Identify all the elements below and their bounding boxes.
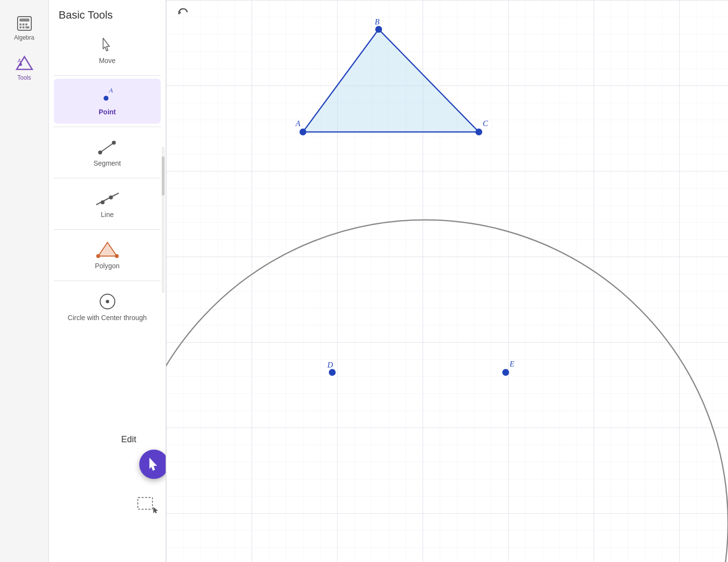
svg-rect-27 [138, 497, 152, 509]
svg-text:A: A [108, 86, 113, 94]
edit-section-label: Edit [121, 434, 136, 445]
tool-polygon[interactable]: Polygon [54, 233, 161, 278]
svg-text:A: A [17, 58, 21, 64]
tool-line-label: Line [101, 211, 113, 218]
tool-segment-label: Segment [93, 159, 121, 167]
scrollbar-thumb[interactable] [162, 156, 165, 195]
left-sidebar: Algebra A Tools [0, 0, 49, 562]
svg-rect-5 [20, 26, 21, 28]
cursor-white-icon [147, 457, 161, 472]
circle-tool-icon [95, 292, 120, 311]
divider-4 [54, 229, 161, 230]
svg-rect-7 [25, 26, 29, 28]
tool-move[interactable]: Move [54, 27, 161, 72]
canvas-area[interactable]: A B C D E [166, 0, 728, 562]
svg-line-17 [96, 193, 119, 205]
scrollbar-track[interactable] [162, 147, 165, 293]
sidebar-algebra-label: Algebra [14, 34, 34, 41]
tools-panel: Basic Tools Move A Point Seg [49, 0, 166, 562]
svg-line-16 [100, 143, 114, 152]
top-toolbar [166, 0, 728, 27]
point-B[interactable] [375, 26, 382, 33]
point-E[interactable] [502, 369, 509, 376]
svg-marker-28 [153, 507, 158, 513]
line-icon [95, 189, 120, 209]
tool-point-label: Point [99, 108, 116, 116]
divider-5 [54, 281, 161, 281]
label-A: A [295, 119, 300, 128]
point-icon: A [95, 86, 120, 106]
sidebar-item-algebra[interactable]: Algebra [5, 10, 44, 45]
divider-1 [54, 75, 161, 76]
label-C: C [483, 119, 488, 128]
edit-fab-button[interactable] [139, 450, 166, 479]
triangle-polygon[interactable] [303, 29, 479, 132]
undo-button[interactable] [173, 3, 193, 24]
sidebar-item-tools[interactable]: A Tools [5, 50, 44, 85]
point-C[interactable] [475, 129, 482, 135]
divider-3 [54, 178, 161, 178]
tool-line[interactable]: Line [54, 181, 161, 226]
svg-marker-11 [103, 38, 109, 51]
sidebar-tools-label: Tools [17, 74, 31, 81]
svg-point-13 [104, 96, 108, 101]
tools-panel-header: Basic Tools [49, 0, 166, 26]
tools-icon: A [15, 54, 34, 73]
polygon-icon [95, 240, 120, 260]
undo-icon [176, 6, 190, 20]
point-D[interactable] [329, 369, 336, 376]
svg-rect-3 [22, 23, 24, 25]
svg-rect-6 [22, 26, 24, 28]
tool-move-label: Move [99, 57, 115, 65]
segment-icon [95, 138, 120, 157]
tool-point[interactable]: A Point [54, 79, 161, 124]
svg-point-21 [115, 254, 119, 258]
svg-point-18 [101, 200, 105, 204]
svg-rect-1 [20, 19, 29, 22]
tool-circle-label: Circle with Center through [68, 313, 147, 322]
label-E: E [509, 360, 514, 368]
divider-2 [54, 127, 161, 127]
svg-point-19 [109, 195, 113, 199]
move-icon [95, 35, 120, 55]
svg-point-22 [96, 254, 100, 258]
label-D: D [327, 361, 333, 369]
tool-circle[interactable]: Circle with Center through [54, 284, 161, 330]
large-circle[interactable] [166, 220, 728, 562]
svg-marker-26 [150, 458, 157, 471]
tool-polygon-label: Polygon [95, 262, 120, 270]
svg-marker-20 [98, 242, 117, 256]
svg-point-24 [106, 300, 109, 303]
point-A[interactable] [300, 129, 306, 135]
svg-rect-4 [25, 23, 27, 25]
tool-segment[interactable]: Segment [54, 130, 161, 175]
calculator-icon [15, 14, 34, 33]
svg-rect-2 [20, 23, 21, 25]
canvas-drawing[interactable]: A B C D E [166, 0, 728, 562]
dashed-select-icon [137, 494, 161, 513]
